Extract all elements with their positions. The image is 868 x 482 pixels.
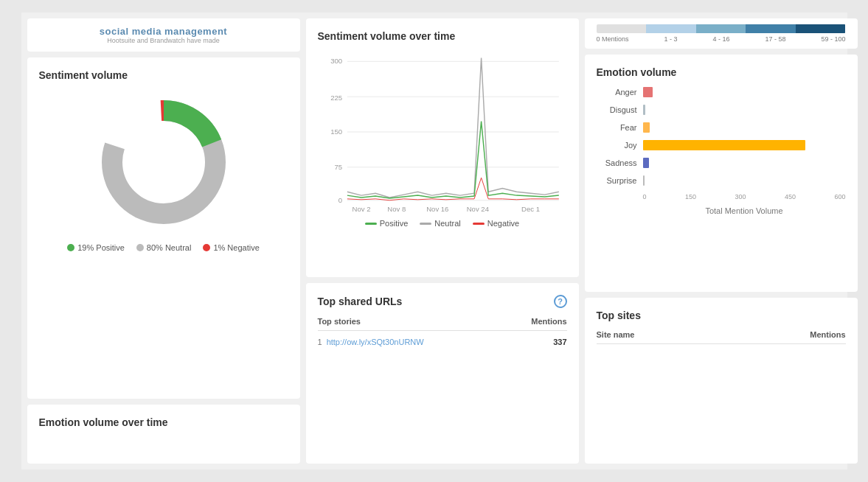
emotion-anger-bar	[643, 87, 653, 97]
url-row-1: 1 http://ow.ly/xSQt30nURNW 337	[318, 335, 567, 349]
legend-bar-card: 0 Mentions 1 - 3 4 - 16 17 - 58 59 - 100	[585, 18, 858, 49]
emotion-anger-bar-container	[643, 87, 846, 97]
sentiment-time-card: Sentiment volume over time 300 225 150 7…	[306, 18, 579, 277]
sites-table-header: Site name Mentions	[597, 330, 846, 344]
right-column: 0 Mentions 1 - 3 4 - 16 17 - 58 59 - 100…	[585, 18, 858, 464]
sentiment-legend: 19% Positive 80% Neutral 1% Negative	[39, 243, 288, 252]
svg-text:0: 0	[338, 196, 341, 204]
emotion-time-card: Emotion volume over time	[27, 405, 300, 464]
donut-center	[124, 122, 204, 202]
emotion-disgust-bar-container	[643, 105, 846, 115]
emotion-surprise-bar-container	[643, 175, 846, 186]
neutral-dot	[136, 244, 144, 251]
bar-3	[746, 24, 796, 33]
legend-neutral-line: Neutral	[420, 219, 460, 228]
donut-svg	[97, 96, 230, 228]
info-icon[interactable]: ?	[554, 295, 567, 308]
emotion-surprise-bar	[643, 175, 645, 186]
x-label-4: 600	[834, 193, 845, 200]
positive-line	[347, 122, 558, 198]
emotion-joy-bar-container	[643, 140, 846, 150]
sentiment-volume-card: Sentiment volume	[27, 57, 300, 399]
bar-label-3: 17 - 58	[765, 35, 785, 43]
emotion-joy-bar	[643, 140, 805, 150]
emotion-volume-title: Emotion volume	[597, 66, 846, 78]
top-urls-title: Top shared URLs	[318, 296, 403, 307]
emotion-volume-card: Emotion volume Anger Disgust	[585, 55, 858, 292]
bar-label-2: 4 - 16	[712, 35, 729, 43]
legend-positive-line: Positive	[365, 219, 409, 228]
emotion-sadness-bar-container	[643, 158, 846, 168]
negative-dot	[203, 244, 210, 251]
row-num-1: 1	[318, 338, 322, 346]
bar-label-4: 59 - 100	[821, 35, 845, 43]
negative-line-swatch	[473, 223, 485, 225]
svg-text:Nov 24: Nov 24	[466, 205, 489, 213]
brand-title: social media management	[39, 26, 288, 37]
donut-chart	[39, 96, 288, 228]
positive-line-label: Positive	[380, 219, 409, 228]
emotion-chart: Anger Disgust Fear	[597, 87, 846, 215]
brand-subtitle: Hootsuite and Brandwatch have made	[39, 37, 288, 44]
bar-4	[796, 24, 846, 33]
dashboard: social media management Hootsuite and Br…	[21, 13, 847, 469]
svg-text:Nov 2: Nov 2	[352, 205, 370, 213]
mid-column: Sentiment volume over time 300 225 150 7…	[306, 18, 579, 464]
x-axis-label: Total Mention Volume	[643, 206, 846, 215]
urls-header: Top shared URLs ?	[318, 295, 567, 308]
emotion-x-axis: 0 150 300 450 600	[643, 193, 846, 200]
emotion-fear-label: Fear	[597, 123, 637, 132]
emotion-fear-bar	[643, 122, 650, 133]
emotion-sadness-label: Sadness	[597, 158, 637, 167]
neutral-label: 80% Neutral	[147, 243, 192, 252]
brand-header: social media management Hootsuite and Br…	[27, 18, 300, 52]
sentiment-line-svg: 300 225 150 75 0 Nov 2 Nov 8 Nov 16 Nov …	[318, 51, 567, 213]
positive-label: 19% Positive	[77, 243, 125, 252]
emotion-sadness: Sadness	[597, 158, 846, 168]
legend-bar-wrapper: 0 Mentions 1 - 3 4 - 16 17 - 58 59 - 100	[597, 24, 846, 43]
svg-text:Dec 1: Dec 1	[521, 205, 540, 213]
bar-labels: 0 Mentions 1 - 3 4 - 16 17 - 58 59 - 100	[597, 35, 846, 43]
bar-label-0: 0 Mentions	[597, 35, 629, 43]
x-label-0: 0	[643, 193, 647, 200]
sentiment-volume-title: Sentiment volume	[39, 69, 288, 81]
urls-table-header: Top stories Mentions	[318, 317, 567, 331]
emotion-disgust-bar	[643, 105, 646, 115]
url-link-1[interactable]: http://ow.ly/xSQt30nURNW	[327, 338, 554, 346]
color-bar	[597, 24, 846, 33]
left-column: social media management Hootsuite and Br…	[27, 18, 300, 464]
svg-text:300: 300	[330, 57, 342, 65]
negative-label: 1% Negative	[213, 243, 259, 252]
col-mentions: Mentions	[531, 317, 566, 326]
emotion-disgust-label: Disgust	[597, 105, 637, 114]
positive-line-swatch	[365, 223, 377, 225]
top-sites-card: Top sites Site name Mentions	[585, 298, 858, 464]
top-sites-title: Top sites	[597, 310, 846, 321]
svg-text:Nov 16: Nov 16	[426, 205, 448, 213]
x-label-2: 300	[735, 193, 746, 200]
emotion-fear-bar-container	[643, 122, 846, 133]
bar-2	[696, 24, 746, 33]
bar-label-1: 1 - 3	[664, 35, 678, 43]
x-label-1: 150	[685, 193, 696, 200]
emotion-joy: Joy	[597, 140, 846, 150]
col-site-mentions: Mentions	[810, 330, 845, 339]
emotion-joy-label: Joy	[597, 141, 637, 150]
emotion-anger-label: Anger	[597, 88, 637, 97]
emotion-fear: Fear	[597, 122, 846, 133]
bar-1	[646, 24, 696, 33]
mentions-1: 337	[553, 338, 566, 346]
col-top-stories: Top stories	[318, 317, 361, 326]
svg-text:Nov 8: Nov 8	[387, 205, 406, 213]
chart-legend: Positive Neutral Negative	[318, 219, 567, 228]
svg-text:225: 225	[330, 94, 342, 102]
col-site-name: Site name	[597, 330, 635, 339]
emotion-sadness-bar	[643, 158, 649, 168]
sentiment-time-chart: 300 225 150 75 0 Nov 2 Nov 8 Nov 16 Nov …	[318, 51, 567, 213]
emotion-anger: Anger	[597, 87, 846, 97]
top-urls-card: Top shared URLs ? Top stories Mentions 1…	[306, 283, 579, 464]
neutral-line-swatch	[420, 223, 431, 225]
bar-0	[597, 24, 647, 33]
positive-dot	[67, 244, 74, 251]
sentiment-time-title: Sentiment volume over time	[318, 30, 567, 42]
